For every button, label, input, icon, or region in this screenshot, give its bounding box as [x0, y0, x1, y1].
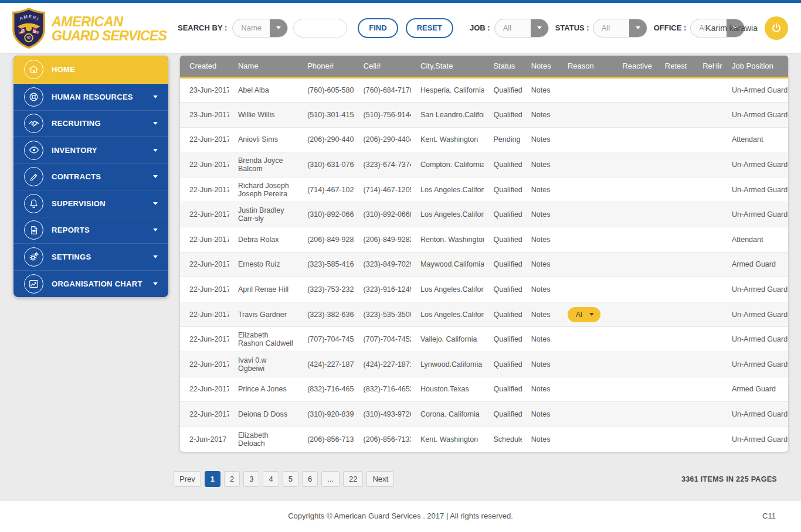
page-button-5[interactable]: 5	[283, 471, 298, 487]
cell-cell: (310)-493-9726	[354, 402, 411, 427]
chart-line-icon	[24, 274, 43, 294]
cell-phone: (714)-467-1023	[298, 177, 354, 202]
sidebar-item-inventory[interactable]: INVENTORY	[13, 137, 168, 164]
cell-retest	[656, 227, 693, 253]
sidebar-item-label: RECRUITING	[52, 119, 101, 128]
notes-link[interactable]: Notes	[531, 435, 551, 444]
notes-link[interactable]: Notes	[531, 161, 551, 169]
cell-name: Elizabeth Rashon Caldwell	[229, 327, 298, 352]
job-filter-select[interactable]: All	[494, 19, 549, 37]
username: Karim karawia	[705, 23, 758, 33]
cell-notes: Notes	[522, 302, 558, 327]
user-box: Karim karawia	[705, 3, 788, 53]
cell-retest	[656, 277, 693, 302]
page-button-1[interactable]: 1	[205, 471, 220, 487]
sidebar-item-settings[interactable]: SETTINGS	[13, 244, 168, 271]
cell-cell: (206)-849-9282	[354, 227, 411, 253]
notes-link[interactable]: Notes	[531, 236, 551, 244]
cell-phone: (310)-920-8399	[298, 402, 354, 427]
chevron-down-icon	[537, 26, 542, 29]
cell-rehire	[693, 277, 722, 302]
notes-link[interactable]: Notes	[531, 410, 551, 418]
search-by-select[interactable]: Name	[232, 19, 288, 37]
table-row: 22-Jun-2017Justin Bradley Carr-sly(310)-…	[180, 202, 788, 227]
cell-rehire	[693, 427, 722, 452]
search-by-label: SEARCH BY :	[178, 23, 227, 32]
cell-cell: (310)-892-0668	[354, 202, 411, 227]
cell-phone: (832)-716-4653	[298, 377, 354, 402]
results-table: CreatedNamePhone#Cell#City,StateStatusNo…	[180, 56, 788, 452]
cell-status: Qualified	[484, 227, 521, 253]
notes-link[interactable]: Notes	[531, 360, 551, 369]
results-table-card: CreatedNamePhone#Cell#City,StateStatusNo…	[180, 56, 788, 452]
cell-name: Deiona D Doss	[229, 402, 298, 427]
brand-name-line2: GUARD SERVICES	[52, 29, 167, 43]
sidebar-item-supervision[interactable]: SUPERVISION	[13, 190, 168, 217]
search-input[interactable]	[293, 19, 347, 37]
table-row: 22-Jun-2017Brenda Joyce Balcom(310)-631-…	[180, 152, 788, 178]
notes-link[interactable]: Notes	[531, 111, 551, 119]
cell-cell: (323)-535-3500	[354, 302, 411, 327]
page-button-6[interactable]: 6	[302, 471, 318, 487]
table-row: 2-Jun-2017Elizabeth Deloach(206)-856-713…	[180, 427, 788, 452]
cell-reason	[558, 277, 613, 302]
cell-created: 22-Jun-2017	[180, 202, 229, 227]
cell-name: Ivavi 0.w Ogbeiwi	[229, 352, 298, 377]
page-button-2[interactable]: 2	[224, 471, 240, 487]
cell-rehire	[693, 352, 722, 377]
sidebar-item-contracts[interactable]: CONTRACTS	[13, 164, 168, 191]
flag-left-icon	[18, 29, 25, 34]
cell-cell: (832)-716-4653	[354, 377, 411, 402]
page-button-3[interactable]: 3	[243, 471, 259, 487]
job-filter-dd-button[interactable]	[531, 19, 548, 37]
cell-rehire	[693, 127, 722, 152]
reason-dropdown[interactable]: Al	[568, 307, 600, 322]
notes-link[interactable]: Notes	[531, 385, 551, 393]
sidebar-item-label: SETTINGS	[52, 253, 91, 261]
cell-city: Kent. Washington	[411, 427, 484, 452]
sidebar-item-recruiting[interactable]: RECRUITING	[13, 111, 168, 138]
chevron-down-icon	[636, 26, 640, 29]
notes-link[interactable]: Notes	[531, 285, 551, 294]
notes-link[interactable]: Notes	[531, 135, 551, 144]
sidebar-item-organisation-chart[interactable]: ORGANISATION CHART	[13, 271, 168, 298]
cell-name: Ernesto Ruiz	[229, 252, 298, 277]
status-filter-select[interactable]: All	[593, 19, 647, 37]
notes-link[interactable]: Notes	[531, 186, 551, 194]
cell-status: Qualified	[484, 103, 521, 128]
sidebar-item-label: ORGANISATION CHART	[52, 279, 142, 288]
column-header-status: Status	[484, 56, 521, 77]
cell-created: 2-Jun-2017	[180, 427, 229, 452]
prev-button[interactable]: Prev	[174, 471, 201, 487]
find-button[interactable]: FIND	[358, 18, 398, 38]
sidebar-item-human-resources[interactable]: HUMAN RESOURCES	[13, 84, 168, 111]
logout-power-button[interactable]	[765, 16, 788, 40]
chevron-down-icon	[153, 96, 158, 98]
table-row: 22-Jun-2017Prince A Jones(832)-716-4653(…	[180, 377, 788, 402]
notes-link[interactable]: Notes	[531, 86, 551, 94]
cell-notes: Notes	[522, 352, 558, 377]
search-by-dd-button[interactable]	[270, 19, 287, 37]
cell-reason	[558, 227, 613, 253]
cell-job: Un-Armed Guard	[722, 277, 788, 302]
cell-retest	[656, 127, 693, 152]
reset-button[interactable]: RESET	[406, 18, 453, 38]
brand-logo-shield-icon: AMERICAN 92	[11, 8, 47, 50]
cell-rehire	[693, 152, 722, 178]
page-button-4[interactable]: 4	[263, 471, 279, 487]
notes-link[interactable]: Notes	[531, 210, 551, 219]
status-filter-dd-button[interactable]	[629, 19, 647, 37]
page-button-22[interactable]: 22	[343, 471, 363, 487]
cell-retest	[656, 427, 693, 452]
chevron-down-icon	[153, 229, 158, 231]
cell-rehire	[693, 302, 722, 327]
notes-link[interactable]: Notes	[531, 260, 551, 268]
sidebar-item-home[interactable]: HOME	[13, 56, 168, 84]
next-button[interactable]: Next	[366, 471, 394, 487]
sidebar-item-reports[interactable]: REPORTS	[13, 217, 168, 244]
notes-link[interactable]: Notes	[531, 335, 551, 343]
cell-retest	[656, 252, 693, 277]
notes-link[interactable]: Notes	[531, 311, 551, 319]
column-header-city-state: City,State	[411, 56, 484, 77]
home-icon	[24, 60, 43, 79]
